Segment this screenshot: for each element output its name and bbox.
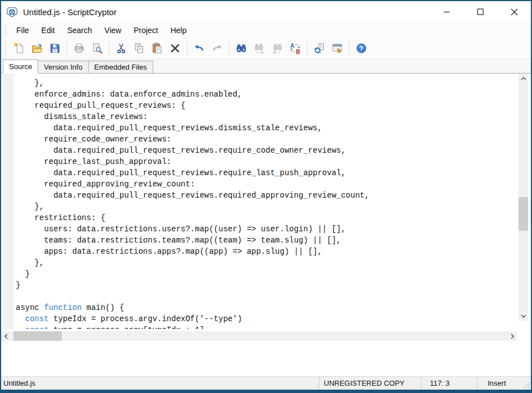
- redo-button[interactable]: [209, 40, 226, 56]
- code-line: required_approving_review_count:: [16, 179, 510, 190]
- toolbar-separator: [187, 42, 187, 55]
- copy-button[interactable]: [131, 40, 148, 56]
- code-line: data.required_pull_request_reviews.requi…: [16, 167, 510, 179]
- status-bar: Untitled.js UNREGISTERED COPY 117: 3 Ins…: [1, 376, 531, 390]
- redo-icon: [211, 42, 223, 54]
- menubar-grip-handle[interactable]: [5, 24, 6, 36]
- find-previous-button[interactable]: [269, 40, 286, 56]
- help-icon: ?: [355, 42, 368, 54]
- resize-grip[interactable]: [522, 381, 530, 389]
- code-line: },: [16, 77, 510, 89]
- app-window: Untitled.js - ScriptCryptor FileEditSear…: [0, 0, 532, 393]
- find-next-icon: [253, 42, 265, 54]
- status-insert-mode: Insert: [477, 377, 531, 390]
- toolbar-separator: [229, 42, 230, 55]
- scriptcryptor-logo-icon[interactable]: [6, 6, 18, 18]
- undo-icon: [193, 42, 205, 54]
- project-options-button[interactable]: [329, 40, 346, 56]
- scroll-up-button[interactable]: [519, 74, 528, 83]
- toolbar-separator: [349, 42, 350, 55]
- window-controls: [430, 1, 531, 22]
- code-line: data.required_pull_request_reviews.dismi…: [16, 122, 510, 134]
- menu-item-project[interactable]: Project: [127, 22, 164, 38]
- toolbar-separator: [307, 42, 308, 55]
- find-button[interactable]: [233, 40, 250, 56]
- paste-button[interactable]: [149, 40, 166, 56]
- code-area[interactable]: }, enforce_admins: data.enforce_admins.e…: [16, 77, 510, 329]
- code-line: [16, 291, 510, 302]
- chevron-right-icon: [511, 333, 514, 339]
- open-file-icon: [31, 42, 43, 54]
- toolbar-grip-handle[interactable]: [5, 40, 6, 56]
- find-icon: [235, 42, 247, 54]
- help-button[interactable]: ?: [353, 40, 370, 56]
- code-line: }: [16, 268, 510, 280]
- code-line: dismiss_stale_reviews:: [16, 111, 510, 122]
- scroll-down-button[interactable]: [519, 311, 528, 321]
- vertical-scrollbar-thumb[interactable]: [519, 197, 528, 231]
- close-icon: [511, 8, 518, 16]
- find-next-button[interactable]: [251, 40, 268, 56]
- chevron-down-icon: [521, 314, 526, 318]
- delete-icon: [169, 42, 181, 54]
- save-file-button[interactable]: [47, 40, 63, 56]
- svg-text:?: ?: [360, 45, 364, 52]
- title-bar: Untitled.js - ScriptCryptor: [1, 1, 531, 22]
- code-line: async function main() {: [16, 302, 510, 313]
- close-button[interactable]: [497, 1, 531, 22]
- new-file-button[interactable]: [11, 40, 27, 56]
- scroll-left-button[interactable]: [1, 331, 11, 341]
- print-icon: [73, 42, 85, 54]
- open-file-button[interactable]: [29, 40, 45, 56]
- window-bottom-border: [1, 390, 531, 392]
- status-cursor-position: 117: 3: [421, 377, 477, 390]
- code-line: const typeIdx = process.argv.indexOf('--…: [16, 313, 510, 325]
- toolbar-separator: [109, 42, 109, 55]
- project-options-icon: [331, 42, 343, 54]
- editor-gutter: [3, 74, 13, 329]
- code-line: users: data.restrictions.users?.map((use…: [16, 223, 510, 235]
- delete-button[interactable]: [167, 40, 184, 56]
- status-registration: UNREGISTERED COPY: [319, 377, 421, 390]
- copy-icon: [133, 42, 145, 54]
- build-button[interactable]: [311, 40, 328, 56]
- menu-item-help[interactable]: Help: [164, 22, 193, 38]
- code-line: enforce_admins: data.enforce_admins.enab…: [16, 89, 510, 100]
- save-file-icon: [49, 42, 61, 54]
- code-line: required_pull_request_reviews: {: [16, 100, 510, 111]
- print-button[interactable]: [71, 40, 88, 56]
- horizontal-scrollbar-thumb[interactable]: [13, 331, 62, 341]
- status-mode-label: Insert: [488, 379, 506, 387]
- print-preview-icon: [91, 42, 103, 54]
- tab-bar: SourceVersion InfoEmbedded Files: [1, 59, 531, 74]
- menu-item-file[interactable]: File: [10, 22, 35, 38]
- replace-icon: AB: [289, 42, 301, 54]
- toolbar-buttons: AB?: [10, 40, 370, 56]
- maximize-icon: [477, 8, 484, 15]
- undo-button[interactable]: [191, 40, 208, 56]
- scroll-right-button[interactable]: [507, 331, 517, 341]
- code-line: data.required_pull_request_reviews.requi…: [16, 145, 510, 156]
- tab-embedded-files[interactable]: Embedded Files: [88, 61, 153, 73]
- horizontal-scrollbar[interactable]: [1, 331, 517, 341]
- print-preview-button[interactable]: [89, 40, 106, 56]
- vertical-scrollbar[interactable]: [519, 74, 528, 321]
- menu-item-view[interactable]: View: [98, 22, 127, 38]
- code-line: apps: data.restrictions.apps?.map((app) …: [16, 246, 510, 257]
- cut-button[interactable]: [113, 40, 130, 56]
- tab-source[interactable]: Source: [3, 60, 38, 74]
- menu-item-search[interactable]: Search: [61, 22, 98, 38]
- svg-text:A: A: [290, 43, 295, 49]
- replace-button[interactable]: AB: [287, 40, 304, 56]
- minimize-button[interactable]: [430, 1, 464, 22]
- tab-version-info[interactable]: Version Info: [38, 61, 89, 73]
- code-line: require_code_owner_reviews:: [16, 134, 510, 145]
- menu-item-edit[interactable]: Edit: [35, 22, 61, 38]
- maximize-button[interactable]: [464, 1, 497, 22]
- code-line: }: [16, 280, 510, 291]
- paste-icon: [151, 42, 163, 54]
- find-previous-icon: [271, 42, 283, 54]
- window-title: Untitled.js - ScriptCryptor: [23, 7, 117, 17]
- code-line: teams: data.restrictions.teams?.map((tea…: [16, 235, 510, 246]
- code-line: data.required_pull_request_reviews.requi…: [16, 190, 510, 201]
